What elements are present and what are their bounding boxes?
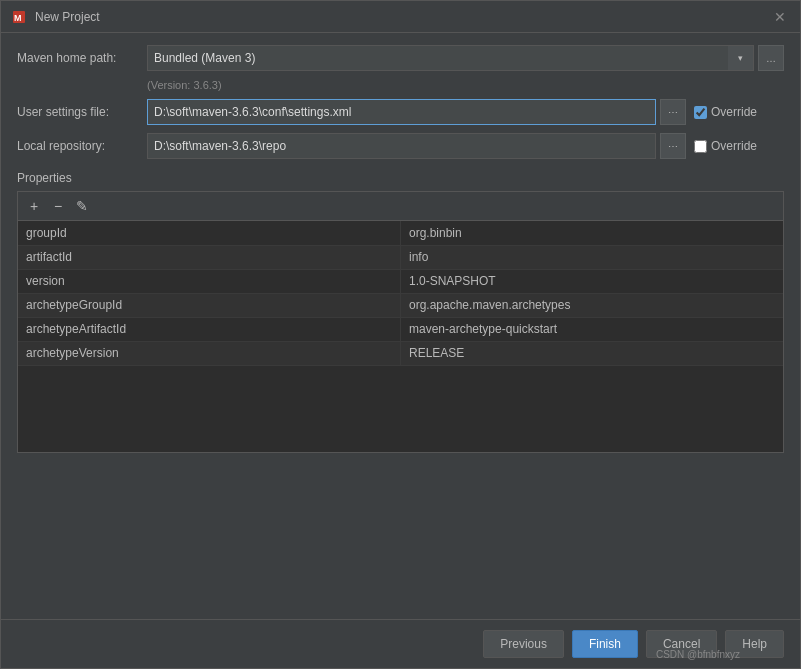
user-settings-label: User settings file:: [17, 105, 147, 119]
maven-home-dropdown[interactable]: ▾: [728, 45, 754, 71]
properties-section-label: Properties: [17, 171, 784, 185]
user-settings-row: User settings file: ⋯ Override: [17, 99, 784, 125]
user-settings-override-label: Override: [711, 105, 757, 119]
table-row[interactable]: archetypeVersionRELEASE: [18, 341, 783, 365]
local-repo-override-label: Override: [711, 139, 757, 153]
local-repo-override-checkbox[interactable]: [694, 140, 707, 153]
property-value: RELEASE: [401, 341, 784, 365]
maven-home-label: Maven home path:: [17, 51, 147, 65]
maven-version-text: (Version: 3.6.3): [147, 79, 222, 91]
finish-button[interactable]: Finish: [572, 630, 638, 658]
user-settings-browse-button[interactable]: ⋯: [660, 99, 686, 125]
table-row[interactable]: artifactIdinfo: [18, 245, 783, 269]
property-name: artifactId: [18, 245, 401, 269]
table-row[interactable]: archetypeArtifactIdmaven-archetype-quick…: [18, 317, 783, 341]
edit-property-button[interactable]: ✎: [72, 196, 92, 216]
properties-toolbar: + − ✎: [18, 192, 783, 221]
local-repo-override-group: Override: [694, 139, 784, 153]
local-repo-browse-button[interactable]: ⋯: [660, 133, 686, 159]
property-value: 1.0-SNAPSHOT: [401, 269, 784, 293]
user-settings-override-checkbox[interactable]: [694, 106, 707, 119]
close-button[interactable]: ✕: [770, 8, 790, 26]
local-repo-input-group: ⋯: [147, 133, 686, 159]
properties-inner: + − ✎ groupIdorg.binbinartifactIdinfover…: [18, 192, 783, 452]
table-row[interactable]: archetypeGroupIdorg.apache.maven.archety…: [18, 293, 783, 317]
user-settings-input[interactable]: [147, 99, 656, 125]
property-value: org.apache.maven.archetypes: [401, 293, 784, 317]
property-name: version: [18, 269, 401, 293]
table-row[interactable]: groupIdorg.binbin: [18, 221, 783, 245]
properties-table: groupIdorg.binbinartifactIdinfoversion1.…: [18, 221, 783, 366]
local-repo-label: Local repository:: [17, 139, 147, 153]
property-name: archetypeVersion: [18, 341, 401, 365]
dialog-footer: Previous Finish Cancel Help: [1, 619, 800, 668]
property-name: archetypeGroupId: [18, 293, 401, 317]
table-row[interactable]: version1.0-SNAPSHOT: [18, 269, 783, 293]
dialog-title: New Project: [35, 10, 100, 24]
previous-button[interactable]: Previous: [483, 630, 564, 658]
properties-table-body: groupIdorg.binbinartifactIdinfoversion1.…: [18, 221, 783, 365]
remove-property-button[interactable]: −: [48, 196, 68, 216]
title-bar: M New Project ✕: [1, 1, 800, 33]
local-repo-input[interactable]: [147, 133, 656, 159]
property-name: archetypeArtifactId: [18, 317, 401, 341]
dialog-content: Maven home path: ▾ … (Version: 3.6.3) Us…: [1, 33, 800, 619]
svg-text:M: M: [14, 13, 22, 23]
properties-table-scroll: groupIdorg.binbinartifactIdinfoversion1.…: [18, 221, 783, 452]
maven-version-row: (Version: 3.6.3): [147, 79, 784, 91]
property-value: maven-archetype-quickstart: [401, 317, 784, 341]
watermark: CSDN @bfnbfnxyz: [656, 649, 740, 660]
maven-home-combo: ▾: [147, 45, 754, 71]
user-settings-override-group: Override: [694, 105, 784, 119]
property-value: info: [401, 245, 784, 269]
property-name: groupId: [18, 221, 401, 245]
new-project-dialog: M New Project ✕ Maven home path: ▾ … (Ve…: [0, 0, 801, 669]
local-repo-row: Local repository: ⋯ Override: [17, 133, 784, 159]
maven-icon: M: [11, 9, 27, 25]
title-bar-left: M New Project: [11, 9, 100, 25]
properties-section: Properties + − ✎ groupIdorg.binbin: [17, 171, 784, 453]
add-property-button[interactable]: +: [24, 196, 44, 216]
maven-home-input[interactable]: [147, 45, 728, 71]
properties-container: + − ✎ groupIdorg.binbinartifactIdinfover…: [17, 191, 784, 453]
maven-home-browse-button[interactable]: …: [758, 45, 784, 71]
maven-home-row: Maven home path: ▾ …: [17, 45, 784, 71]
user-settings-input-group: ⋯: [147, 99, 686, 125]
property-value: org.binbin: [401, 221, 784, 245]
